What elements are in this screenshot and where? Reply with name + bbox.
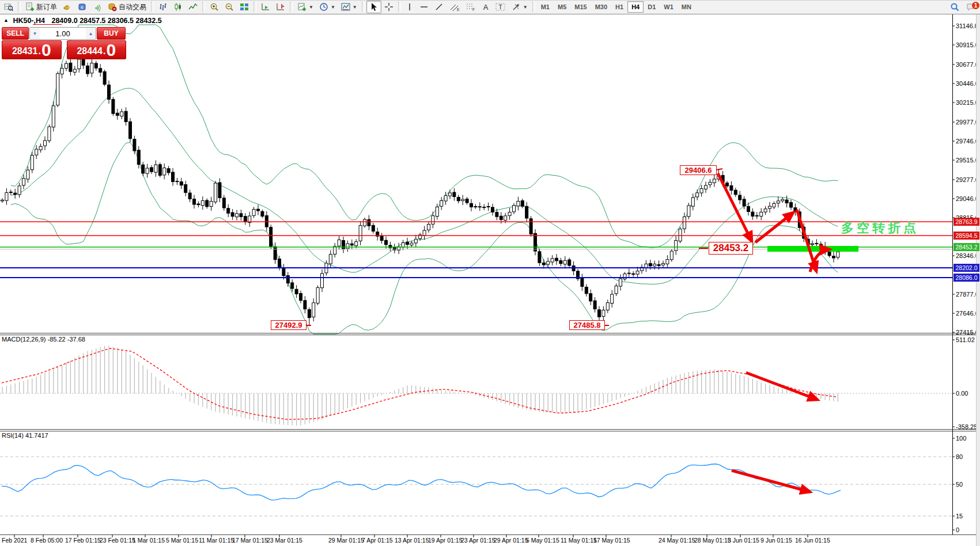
trendline-icon xyxy=(434,2,444,12)
trendline-button[interactable] xyxy=(432,1,447,13)
pivot-price-annotation[interactable]: 28453.2 xyxy=(709,242,753,255)
zoom-in-button[interactable] xyxy=(207,1,222,13)
price-level-badge: 28086.0 xyxy=(953,274,979,282)
volume-decrease-button[interactable]: ▼ xyxy=(30,28,40,39)
volume-increase-button[interactable]: ▲ xyxy=(86,28,96,39)
crosshair-button[interactable] xyxy=(381,1,396,13)
new-chart-dropdown[interactable]: ▼ xyxy=(294,1,316,13)
timeframe-m1[interactable]: M1 xyxy=(537,1,554,13)
sell-price-main: 28431 xyxy=(12,44,38,59)
chart-workspace[interactable]: ▲ HK50-,H4 28409.0 28457.5 28306.5 28432… xyxy=(0,14,980,546)
price-level-badge: 28763.9 xyxy=(953,218,979,226)
buy-button[interactable]: BUY xyxy=(97,27,126,40)
buy-price-main: 28444 xyxy=(77,44,103,59)
period-dropdown[interactable]: ▼ xyxy=(316,1,338,13)
date-axis-label: 19 Apr 01:15 xyxy=(428,537,463,544)
search-icon xyxy=(949,2,960,12)
high-price-annotation[interactable]: 29406.6 xyxy=(680,165,717,175)
timeframe-h1[interactable]: H1 xyxy=(611,1,627,13)
timeframe-m5[interactable]: M5 xyxy=(554,1,570,13)
date-axis-label: 5 Mar 01:15 xyxy=(166,537,198,544)
price-tick-label: 28346.0 xyxy=(956,252,979,259)
macd-header: MACD(12,26,9) -85.22 -37.68 xyxy=(2,336,85,343)
auto-scroll-button[interactable] xyxy=(258,1,273,13)
title-underline xyxy=(33,24,62,25)
date-axis-label: 11 Mar 01:15 xyxy=(199,537,234,544)
line-chart-button[interactable] xyxy=(186,1,200,13)
candlestick-chart-button[interactable] xyxy=(171,1,186,13)
timeframe-m30[interactable]: M30 xyxy=(591,1,611,13)
timeframe-d1[interactable]: D1 xyxy=(644,1,660,13)
chart-preview-icon[interactable] xyxy=(1,1,16,13)
megaphone-icon-button[interactable] xyxy=(60,1,75,13)
rsi-axis-label: 50 xyxy=(956,481,963,488)
price-tick-label: 27415.0 xyxy=(956,329,979,336)
new-chart-icon xyxy=(297,2,307,12)
chart-symbol-period: HK50-,H4 xyxy=(13,17,45,25)
new-order-button[interactable]: 新订单 xyxy=(22,1,60,13)
timeframe-m15[interactable]: M15 xyxy=(570,1,591,13)
sell-price-dot: . xyxy=(38,44,40,59)
buy-price-dot: . xyxy=(103,44,105,59)
signals-icon-button[interactable] xyxy=(90,1,105,13)
arrows-dropdown[interactable]: ▼ xyxy=(509,1,531,13)
text-button[interactable]: A xyxy=(479,1,493,13)
cursor-arrow-icon xyxy=(369,2,379,12)
price-tick-label: 30915.0 xyxy=(956,41,979,48)
date-axis-label: 8 Feb 05:00 xyxy=(31,537,63,544)
vertical-line-button[interactable] xyxy=(403,1,417,13)
price-tick-label: 29046.0 xyxy=(956,195,979,202)
fibonacci-button[interactable]: F xyxy=(463,1,479,13)
pivot-chinese-text[interactable]: 多空转折点 xyxy=(841,219,919,237)
timeframe-mn[interactable]: MN xyxy=(678,1,695,13)
rsi-axis-label: 100 xyxy=(956,435,966,442)
sell-button[interactable]: SELL xyxy=(2,27,29,40)
chart-shift-button[interactable] xyxy=(273,1,288,13)
megaphone-icon xyxy=(63,2,72,12)
dropdown-caret-icon: ▼ xyxy=(331,5,335,10)
fibonacci-icon: F xyxy=(466,2,476,12)
bar-chart-icon xyxy=(158,2,168,12)
price-chart-canvas[interactable] xyxy=(0,14,980,546)
date-axis-label: 28 May 01:15 xyxy=(694,537,731,544)
timeframe-group: M1 M5 M15 M30 H1 H4 D1 W1 MN xyxy=(537,0,695,14)
signals-icon xyxy=(93,2,102,12)
buy-price-display[interactable]: 28444 . 0 xyxy=(67,40,127,59)
search-button[interactable] xyxy=(947,1,963,13)
timeframe-w1[interactable]: W1 xyxy=(660,1,678,13)
horizontal-line-button[interactable] xyxy=(417,1,432,13)
low1-price-annotation[interactable]: 27492.9 xyxy=(271,320,307,330)
tile-windows-button[interactable] xyxy=(237,1,252,13)
bar-chart-button[interactable] xyxy=(156,1,171,13)
date-axis-label: 23 Feb 01:15 xyxy=(100,537,135,544)
zoom-out-button[interactable] xyxy=(222,1,237,13)
zoom-out-icon xyxy=(225,2,234,12)
notifications-button[interactable]: 1 xyxy=(963,1,979,13)
date-axis-label: 7 Apr 01:15 xyxy=(362,537,393,544)
low2-price-annotation[interactable]: 27485.8 xyxy=(569,320,605,330)
autotrading-button[interactable]: 自动交易 xyxy=(105,1,149,13)
toolbar-separator xyxy=(362,2,365,12)
template-dropdown[interactable]: ▼ xyxy=(338,1,360,13)
sell-price-display[interactable]: 28431 . 0 xyxy=(2,40,62,59)
timeframe-h4[interactable]: H4 xyxy=(627,1,644,13)
new-order-label: 新订单 xyxy=(36,2,57,12)
text-icon: A xyxy=(482,2,490,12)
date-axis-label: 17 Feb 01:15 xyxy=(65,537,101,544)
channel-button[interactable]: E xyxy=(447,1,463,13)
metaeditor-icon-button[interactable]: e xyxy=(75,1,90,13)
text-label-button[interactable]: T xyxy=(493,1,509,13)
vertical-line-icon xyxy=(406,2,414,12)
macd-axis-label: 511.02 xyxy=(956,336,975,343)
autotrading-icon xyxy=(108,2,117,12)
toolbar-separator xyxy=(253,2,256,12)
date-axis-label: Feb 2021 xyxy=(2,537,27,544)
clock-icon xyxy=(319,2,328,12)
price-tick-label: 29977.0 xyxy=(956,119,979,126)
cursor-button[interactable] xyxy=(366,1,381,13)
price-tick-label: 30677.0 xyxy=(956,61,979,68)
chart-shift-icon xyxy=(276,2,285,12)
sell-price-big-digit: 0 xyxy=(41,41,51,59)
volume-input[interactable] xyxy=(40,28,86,39)
crosshair-icon xyxy=(384,2,393,12)
